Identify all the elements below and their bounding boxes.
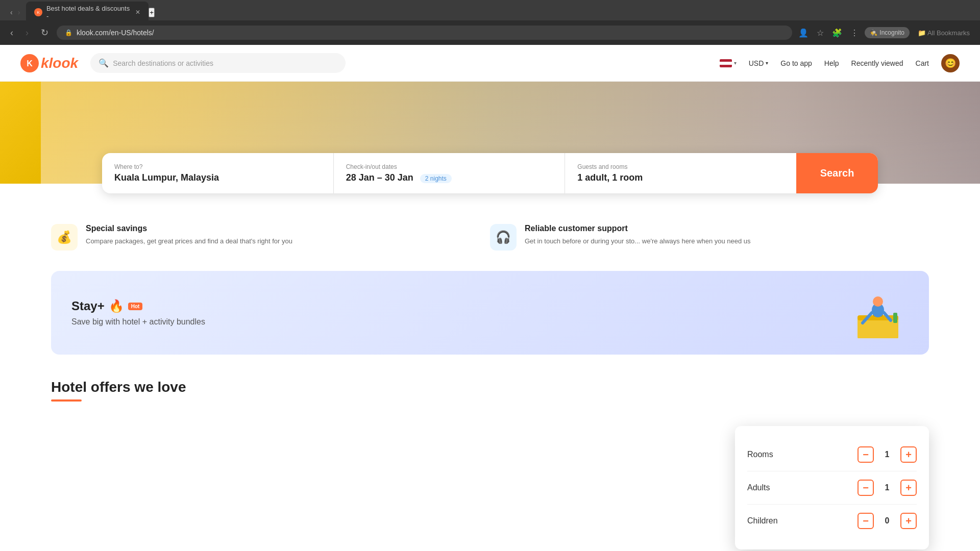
children-row: Children − 0 +: [747, 505, 917, 537]
klook-logo-text: klook: [41, 55, 78, 71]
nights-badge: 2 nights: [420, 174, 452, 183]
dates-value: 28 Jan – 30 Jan 2 nights: [346, 172, 553, 183]
currency-selector[interactable]: USD ▾: [749, 59, 769, 67]
guests-value: 1 adult, 1 room: [577, 172, 784, 183]
rooms-decrement-button[interactable]: −: [857, 446, 874, 463]
adults-increment-button[interactable]: +: [900, 480, 917, 496]
lock-icon: 🔒: [65, 29, 72, 36]
incognito-label: Incognito: [879, 29, 904, 36]
klook-logo[interactable]: K klook: [20, 54, 78, 72]
cart-link[interactable]: Cart: [916, 59, 929, 67]
stay-plus-subtitle: Save big with hotel + activity bundles: [71, 317, 205, 327]
address-bar[interactable]: 🔒 klook.com/en-US/hotels/: [57, 26, 792, 40]
guests-label: Guests and rooms: [577, 163, 784, 170]
stay-plus-banner[interactable]: Stay+ 🔥 Hot Save big with hotel + activi…: [51, 271, 929, 355]
hot-badge: Hot: [128, 303, 143, 310]
guest-dropdown: Rooms − 1 + Adults − 1 + Children: [735, 426, 929, 549]
savings-content: Special savings Compare packages, get gr…: [86, 224, 292, 246]
klook-logo-icon: K: [20, 54, 39, 72]
feature-savings: 💰 Special savings Compare packages, get …: [51, 224, 490, 251]
svg-point-6: [873, 296, 883, 307]
svg-rect-9: [893, 313, 897, 323]
savings-description: Compare packages, get great prices and f…: [86, 236, 292, 246]
destination-field[interactable]: Where to? Kuala Lumpur, Malaysia: [102, 153, 334, 193]
children-value: 0: [882, 516, 892, 525]
dates-field[interactable]: Check-in/out dates 28 Jan – 30 Jan 2 nig…: [334, 153, 566, 193]
tab-close-icon[interactable]: ✕: [135, 9, 140, 16]
children-stepper: − 0 +: [857, 513, 917, 529]
user-avatar[interactable]: 😊: [941, 54, 960, 72]
search-button[interactable]: Search: [796, 153, 878, 193]
destination-value: Kuala Lumpur, Malaysia: [114, 172, 321, 183]
adults-decrement-button[interactable]: −: [857, 480, 874, 496]
hotel-offers-title: Hotel offers we love: [51, 379, 929, 395]
extension-icon[interactable]: 🧩: [830, 26, 844, 40]
help-link[interactable]: Help: [824, 59, 839, 67]
tab-title: Best hotel deals & discounts -: [46, 5, 131, 20]
rooms-value: 1: [882, 450, 892, 459]
nav-actions: 👤 ☆ 🧩 ⋮ 🕵 Incognito: [796, 26, 910, 40]
savings-icon: 💰: [51, 224, 78, 251]
chevron-down-icon: ▾: [766, 60, 768, 66]
rooms-increment-button[interactable]: +: [900, 446, 917, 463]
go-to-app-link[interactable]: Go to app: [780, 59, 812, 67]
support-description: Get in touch before or during your sto..…: [525, 236, 751, 246]
support-title: Reliable customer support: [525, 224, 751, 233]
browser-chrome: ‹ › K Best hotel deals & discounts - ✕ +…: [0, 0, 980, 45]
children-decrement-button[interactable]: −: [857, 513, 874, 529]
tab-prev-arrow[interactable]: ‹: [8, 6, 15, 18]
incognito-icon: 🕵: [870, 29, 877, 36]
klook-header: K klook 🔍 Search destinations or activit…: [0, 45, 980, 82]
savings-title: Special savings: [86, 224, 292, 233]
support-icon: 🎧: [490, 224, 517, 251]
booking-widget-wrapper: Where to? Kuala Lumpur, Malaysia Check-i…: [0, 153, 980, 193]
main-content-area: Where to? Kuala Lumpur, Malaysia Check-i…: [0, 153, 980, 422]
header-nav: ▾ USD ▾ Go to app Help Recently viewed C…: [720, 54, 960, 72]
stay-plus-illustration: [806, 287, 909, 338]
section-underline: [51, 399, 82, 402]
global-search-bar[interactable]: 🔍 Search destinations or activities: [90, 53, 346, 73]
adults-label: Adults: [747, 483, 770, 492]
adults-row: Adults − 1 +: [747, 471, 917, 505]
stay-plus-title: Stay+ 🔥 Hot: [71, 299, 205, 313]
feature-support: 🎧 Reliable customer support Get in touch…: [490, 224, 929, 251]
flag-icon: [720, 59, 732, 67]
svg-text:K: K: [27, 59, 33, 68]
reload-button[interactable]: ↻: [37, 25, 53, 40]
stay-plus-fire-icon: 🔥: [109, 299, 124, 313]
forward-button[interactable]: ›: [21, 26, 33, 40]
back-button[interactable]: ‹: [6, 26, 17, 40]
klook-app: K klook 🔍 Search destinations or activit…: [0, 45, 980, 551]
search-placeholder-text: Search destinations or activities: [113, 59, 213, 67]
search-icon: 🔍: [99, 58, 109, 68]
adults-value: 1: [882, 483, 892, 492]
browser-nav-bar: ‹ › ↻ 🔒 klook.com/en-US/hotels/ 👤 ☆ 🧩 ⋮ …: [0, 20, 980, 45]
more-options-icon[interactable]: ⋮: [848, 26, 861, 40]
support-content: Reliable customer support Get in touch b…: [525, 224, 751, 246]
url-text: klook.com/en-US/hotels/: [77, 29, 154, 37]
browser-tab-bar: ‹ › K Best hotel deals & discounts - ✕ +: [0, 0, 980, 20]
active-tab[interactable]: K Best hotel deals & discounts - ✕: [26, 2, 149, 23]
currency-label: USD: [749, 59, 764, 67]
destination-label: Where to?: [114, 163, 321, 170]
incognito-button[interactable]: 🕵 Incognito: [865, 27, 910, 38]
new-tab-button[interactable]: +: [149, 8, 155, 17]
stay-plus-content: Stay+ 🔥 Hot Save big with hotel + activi…: [71, 299, 205, 327]
hotel-offers-section: Hotel offers we love: [0, 355, 980, 422]
bookmark-icon[interactable]: ☆: [815, 26, 826, 40]
rooms-label: Rooms: [747, 450, 773, 459]
dates-label: Check-in/out dates: [346, 163, 553, 170]
profile-icon[interactable]: 👤: [796, 26, 811, 40]
adults-stepper: − 1 +: [857, 480, 917, 496]
children-increment-button[interactable]: +: [900, 513, 917, 529]
language-selector[interactable]: ▾: [720, 59, 737, 67]
rooms-row: Rooms − 1 +: [747, 438, 917, 471]
rooms-stepper: − 1 +: [857, 446, 917, 463]
tab-next-arrow[interactable]: ›: [16, 6, 22, 18]
tab-favicon: K: [34, 8, 42, 16]
features-section: 💰 Special savings Compare packages, get …: [0, 193, 980, 271]
guests-field[interactable]: Guests and rooms 1 adult, 1 room: [565, 153, 796, 193]
bookmarks-label[interactable]: 📁 All Bookmarks: [914, 29, 974, 37]
recently-viewed-link[interactable]: Recently viewed: [851, 59, 903, 67]
booking-widget: Where to? Kuala Lumpur, Malaysia Check-i…: [102, 153, 878, 193]
